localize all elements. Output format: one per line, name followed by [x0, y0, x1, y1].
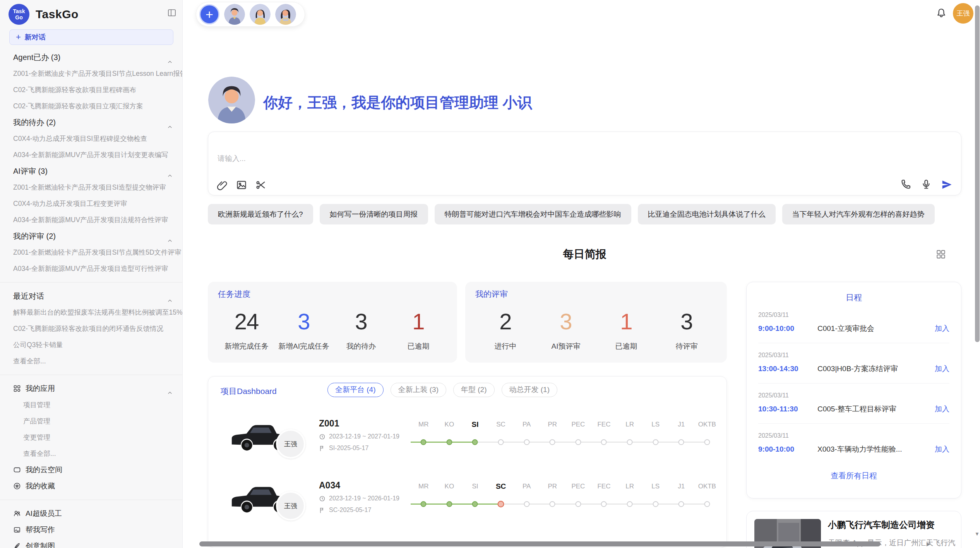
sidebar-task-item[interactable]: C0X4-动力总成开发项目工程变更评审 [0, 195, 182, 212]
milestone[interactable]: KO [437, 418, 463, 453]
milestone[interactable]: SI [462, 480, 488, 515]
sidebar-item-cloud-space[interactable]: 我的云空间 [0, 462, 182, 478]
sidebar-item-ai-staff[interactable]: AI超级员工 [0, 505, 182, 522]
sidebar-item-creative-draw[interactable]: 创意制图 [0, 538, 182, 548]
milestone[interactable]: KO [437, 480, 463, 515]
add-agent-button[interactable]: + [199, 4, 219, 24]
join-meeting-link[interactable]: 加入 [935, 404, 949, 414]
milestone[interactable]: FEC [591, 480, 617, 515]
join-meeting-link[interactable]: 加入 [935, 324, 949, 334]
app-item[interactable]: 项目管理 [0, 397, 182, 413]
milestone[interactable]: PA [514, 418, 540, 453]
chat-input[interactable] [218, 154, 566, 163]
section-header-agent-done[interactable]: Agent已办 (3) [0, 49, 182, 65]
suggestion-chip[interactable]: 当下年轻人对汽车外观有怎样的喜好趋势 [782, 204, 935, 224]
sidebar-task-item[interactable]: Z001-全新燃油皮卡产品开发项目SI节点Lesson Learn报告 [0, 65, 182, 82]
milestone[interactable]: LS [642, 480, 668, 515]
project-row[interactable]: 王强 Z001 2023-12-19 ~ 2027-01-19 SI-2025-… [208, 415, 727, 477]
sidebar-task-item[interactable]: C0X4-动力总成开发项目SI里程碑提交物检查 [0, 130, 182, 147]
section-header-my-todo[interactable]: 我的待办 (2) [0, 114, 182, 130]
scissors-icon[interactable] [255, 180, 266, 190]
agent-avatar-2[interactable] [250, 4, 271, 25]
milestone[interactable]: SC [488, 418, 514, 453]
app-item[interactable]: 查看全部... [0, 445, 182, 462]
dashboard-tab[interactable]: 全新平台 (4) [327, 383, 384, 397]
sidebar-task-item[interactable]: Z001-全新燃油轻卡产品开发项目SI节点属性5D文件评审 [0, 244, 182, 260]
join-meeting-link[interactable]: 加入 [935, 444, 949, 454]
agent-avatar-1[interactable] [224, 4, 245, 25]
suggestion-chip[interactable]: 比亚迪全固态电池计划具体说了什么 [638, 204, 776, 224]
milestone-dot [446, 439, 452, 445]
sidebar-collapse-icon[interactable] [167, 8, 177, 17]
app-item[interactable]: 变更管理 [0, 429, 182, 445]
milestone[interactable]: MR [411, 480, 437, 515]
sidebar-item-favorites[interactable]: 我的收藏 [0, 478, 182, 494]
milestone-label: FEC [591, 420, 617, 429]
milestone[interactable]: J1 [668, 418, 694, 453]
sidebar-task-item[interactable]: C02-飞腾新能源轻客改款项目立项汇报方案 [0, 98, 182, 114]
recent-chat-item[interactable]: 公司Q3轻卡销量 [0, 337, 182, 353]
dashboard-tab[interactable]: 全新上装 (3) [391, 383, 447, 397]
milestone-label: LS [642, 420, 668, 429]
horizontal-scrollbar-thumb[interactable] [199, 541, 881, 546]
milestone[interactable]: LR [617, 480, 643, 515]
milestone[interactable]: OKTB [694, 418, 720, 453]
sidebar-task-item[interactable]: A034-全新新能源MUV产品开发项目法规符合性评审 [0, 212, 182, 228]
join-meeting-link[interactable]: 加入 [935, 364, 949, 374]
milestone[interactable]: PR [540, 480, 565, 515]
section-header-recent-chats[interactable]: 最近对话 [0, 288, 182, 304]
milestone[interactable]: SI [462, 418, 488, 453]
section-header-my-review[interactable]: 我的评审 (2) [0, 228, 182, 244]
dashboard-tab[interactable]: 年型 (2) [453, 383, 495, 397]
recent-chat-item[interactable]: 解释最新出台的欧盟报废车法规再生塑料比例被调至15%... [0, 304, 182, 320]
project-owner-avatar: 王强 [276, 491, 305, 521]
section-header-ai-review[interactable]: AI评审 (3) [0, 163, 182, 179]
suggestion-chip[interactable]: 欧洲新规最近颁布了什么? [208, 204, 313, 224]
milestone[interactable]: LR [617, 418, 643, 453]
dashboard-tab[interactable]: 动总开发 (1) [502, 383, 558, 397]
vertical-scrollbar-thumb[interactable] [975, 5, 980, 342]
user-avatar[interactable]: 王强 [953, 3, 973, 24]
notifications-bell-icon[interactable] [936, 8, 947, 19]
milestone[interactable]: PR [540, 418, 565, 453]
recent-chat-item[interactable]: 查看全部... [0, 353, 182, 369]
milestone-label: OKTB [694, 420, 720, 429]
attachment-icon[interactable] [217, 180, 228, 190]
milestone[interactable]: PEC [565, 418, 591, 453]
sidebar-task-item[interactable]: A034-全新新能源MUV产品开发项目造型可行性评审 [0, 260, 182, 277]
section-header-my-apps[interactable]: 我的应用 [0, 380, 182, 397]
milestone[interactable]: OKTB [694, 480, 720, 515]
app-item[interactable]: 产品管理 [0, 413, 182, 429]
metric-label: 进行中 [475, 341, 536, 351]
milestone[interactable]: J1 [668, 480, 694, 515]
project-owner-avatar: 王强 [276, 429, 305, 459]
sidebar-task-item[interactable]: C02-飞腾新能源轻客改款项目里程碑画布 [0, 82, 182, 98]
sidebar-item-write-helper[interactable]: 帮我写作 [0, 522, 182, 538]
milestone[interactable]: PEC [565, 480, 591, 515]
scroll-down-arrow[interactable]: ▼ [975, 531, 980, 536]
schedule-time: 13:00-14:30 [758, 365, 817, 373]
suggestion-chip[interactable]: 如何写一份清晰的项目周报 [320, 204, 428, 224]
milestone[interactable]: FEC [591, 418, 617, 453]
composer-right-icons [901, 179, 952, 190]
agent-avatar-3[interactable] [275, 4, 296, 25]
recent-chat-item[interactable]: C02-飞腾新能源轻客改款项目的闭环通告反馈情况 [0, 320, 182, 337]
suggestion-chip[interactable]: 特朗普可能对进口汽车增税会对中国车企造成哪些影响 [435, 204, 631, 224]
phone-icon[interactable] [901, 179, 911, 190]
sidebar-task-item[interactable]: A034-全新新能源MUV产品开发项目计划变更表编写 [0, 147, 182, 163]
milestone[interactable]: PA [514, 480, 540, 515]
send-icon[interactable] [941, 179, 952, 190]
milestone[interactable]: SC [488, 480, 514, 515]
sidebar-task-item[interactable]: Z001-全新燃油轻卡产品开发项目SI造型提交物评审 [0, 179, 182, 195]
image-icon[interactable] [236, 180, 247, 190]
milestone[interactable]: MR [411, 418, 437, 453]
scroll-right-arrow[interactable]: ▶ [927, 541, 932, 546]
briefing-layout-icon[interactable] [936, 249, 946, 259]
view-all-schedule-link[interactable]: 查看所有日程 [758, 471, 949, 481]
news-title: 小鹏飞行汽车制造公司增资 [828, 519, 955, 531]
milestone[interactable]: LS [642, 418, 668, 453]
new-chat-button[interactable]: + 新对话 [9, 29, 173, 45]
project-row[interactable]: 王强 A034 2023-12-19 ~ 2026-01-19 SC-2025-… [208, 477, 727, 539]
microphone-icon[interactable] [921, 179, 932, 190]
composer-left-icons [217, 180, 266, 190]
